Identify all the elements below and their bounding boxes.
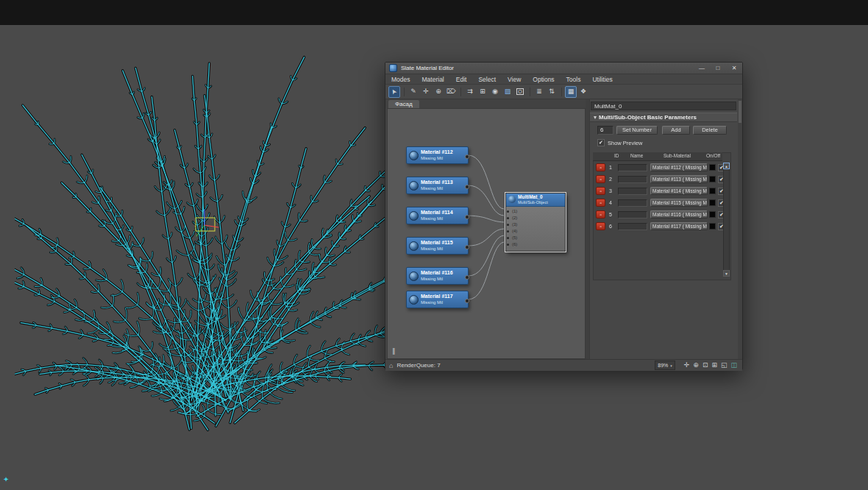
put-material-to-scene-button[interactable]: ✛ [420, 86, 432, 98]
menu-tools[interactable]: Tools [561, 76, 587, 83]
node-name-field[interactable]: MultMat_0 [591, 102, 736, 110]
rollout-multi-sub-object[interactable]: ▾Multi/Sub-Object Basic Parameters [590, 113, 737, 122]
menu-view[interactable]: View [502, 76, 527, 83]
output-socket[interactable] [465, 155, 469, 159]
select-tool-button[interactable]: ➤ [388, 86, 400, 98]
sub-material-button[interactable]: Material #114 ( Missing Ma [650, 187, 708, 195]
show-preview-checkbox[interactable]: ✔ [597, 139, 605, 146]
slot-5[interactable]: (5) [506, 235, 565, 241]
move-children-button[interactable]: ⇉ [464, 86, 476, 98]
menu-utilities[interactable]: Utilities [586, 76, 618, 83]
sub-material-button[interactable]: Material #115 ( Missing Ma [650, 199, 708, 207]
layout-all-button[interactable]: ≣ [533, 86, 545, 98]
name-field[interactable] [618, 211, 647, 219]
hide-unused-nodeslots-button[interactable]: ⊞ [477, 86, 488, 98]
table-row: ▫ 4 Material #115 ( Missing Ma ✔ [593, 198, 722, 208]
material-node-116[interactable]: Material #116 Missing Mtl [406, 267, 469, 285]
panel-scrollbar-thumb[interactable] [739, 101, 741, 123]
toolbar-separator [561, 88, 562, 96]
color-swatch[interactable] [709, 199, 716, 206]
color-swatch[interactable] [709, 188, 716, 194]
view-tab-fasad[interactable]: Фасад [388, 100, 419, 108]
name-field[interactable] [618, 199, 647, 207]
zoom-percent-button[interactable]: 89% ▾ [655, 361, 675, 370]
panel-scrollbar[interactable] [738, 99, 742, 359]
output-socket[interactable] [465, 275, 469, 280]
name-field[interactable] [618, 188, 647, 195]
status-bar: ⌂ RenderQueue: 7 89% ▾ ✛ ⊕ ⊡ ⊞ ◱ ◫ [385, 359, 742, 371]
color-swatch[interactable] [709, 176, 716, 182]
material-type-icon[interactable]: ▫ [596, 210, 605, 219]
output-socket[interactable] [465, 185, 469, 189]
name-field[interactable] [618, 164, 647, 171]
scroll-up-icon[interactable]: ▲ [723, 163, 730, 169]
table-header: ID Name Sub-Material On/Off [593, 152, 722, 161]
material-type-icon[interactable]: ▫ [596, 199, 605, 207]
sub-material-button[interactable]: Material #112 ( Missing Ma [650, 163, 708, 171]
material-map-browser-button[interactable]: ▦ [565, 86, 577, 98]
show-end-result-button[interactable]: O [514, 86, 526, 98]
pan-to-selected-icon[interactable]: ◫ [730, 362, 737, 369]
show-shaded-material-button[interactable]: ◉ [489, 86, 501, 98]
material-count-field[interactable]: 6 [597, 126, 613, 135]
name-field[interactable] [618, 176, 647, 183]
slot-1[interactable]: (1) [506, 208, 565, 215]
show-background-button[interactable]: ▨ [502, 86, 513, 98]
assign-material-button[interactable]: ⊕ [433, 86, 444, 98]
material-type-icon[interactable]: ▫ [596, 163, 605, 171]
sub-material-button[interactable]: Material #116 ( Missing Ma [650, 210, 708, 219]
menu-modes[interactable]: Modes [385, 76, 416, 83]
pan-view-icon[interactable]: ✛ [684, 362, 690, 369]
material-type-icon[interactable]: ▫ [596, 175, 605, 183]
node-graph-view[interactable]: Material #112 Missing Mtl Material #113 … [387, 108, 586, 359]
minimize-button[interactable]: — [694, 63, 710, 74]
table-scrollbar-track[interactable] [723, 163, 730, 277]
color-swatch[interactable] [709, 164, 716, 171]
output-socket[interactable] [465, 299, 469, 303]
slot-3[interactable]: (3) [506, 221, 565, 228]
menu-select[interactable]: Select [472, 76, 502, 83]
multimat-node[interactable]: MultiMat_0 Multi/Sub-Object (1) (2) (3) … [505, 193, 566, 252]
material-node-113[interactable]: Material #113 Missing Mtl [406, 177, 469, 194]
multimat-node-header[interactable]: MultiMat_0 Multi/Sub-Object [506, 193, 565, 207]
color-swatch[interactable] [709, 211, 716, 218]
menu-edit[interactable]: Edit [450, 76, 473, 83]
delete-button[interactable]: Delete [693, 126, 727, 135]
delete-selected-button[interactable]: ⌦ [445, 86, 457, 98]
output-socket[interactable] [465, 245, 469, 249]
material-preview-sphere [409, 295, 419, 305]
home-icon[interactable]: ⌂ [389, 362, 393, 369]
scroll-down-icon[interactable]: ▼ [723, 270, 730, 277]
maximize-button[interactable]: □ [710, 63, 726, 74]
zoom-extents-selected-icon[interactable]: ◱ [721, 362, 728, 369]
zoom-tool-icon[interactable]: ⊕ [693, 362, 699, 369]
material-node-115[interactable]: Material #115 Missing Mtl [406, 237, 469, 255]
add-button[interactable]: Add [662, 126, 690, 135]
utilities-button[interactable]: ❖ [577, 86, 589, 98]
material-node-114[interactable]: Material #114 Missing Mtl [406, 207, 469, 224]
material-node-117[interactable]: Material #117 Missing Mtl [406, 291, 469, 308]
viewport-plant-wireframe[interactable] [15, 22, 397, 478]
sub-material-button[interactable]: Material #113 ( Missing Ma [650, 175, 708, 183]
color-swatch[interactable] [709, 223, 716, 230]
menu-material[interactable]: Material [416, 76, 450, 83]
view-navigator-icon[interactable]: ∥ [392, 347, 396, 355]
output-socket[interactable] [465, 215, 469, 219]
menu-options[interactable]: Options [527, 76, 560, 83]
name-field[interactable] [618, 223, 647, 230]
set-number-button[interactable]: Set Number [616, 126, 658, 135]
material-type-icon[interactable]: ▫ [596, 222, 605, 230]
zoom-region-icon[interactable]: ⊡ [702, 362, 708, 369]
material-node-112[interactable]: Material #112 Missing Mtl [406, 146, 469, 164]
show-background-icon: ▨ [505, 88, 511, 95]
sub-material-button[interactable]: Material #117 ( Missing Ma [650, 222, 708, 230]
material-type-icon[interactable]: ▫ [596, 187, 605, 195]
pick-material-button[interactable]: ✎ [408, 86, 419, 98]
slot-6[interactable]: (6) [506, 241, 565, 248]
titlebar[interactable]: Slate Material Editor — □ ✕ [385, 63, 742, 74]
slot-2[interactable]: (2) [506, 215, 565, 221]
zoom-extents-icon[interactable]: ⊞ [711, 362, 717, 369]
close-button[interactable]: ✕ [726, 63, 742, 74]
slot-4[interactable]: (4) [506, 228, 565, 235]
layout-children-button[interactable]: ⇅ [546, 86, 558, 98]
